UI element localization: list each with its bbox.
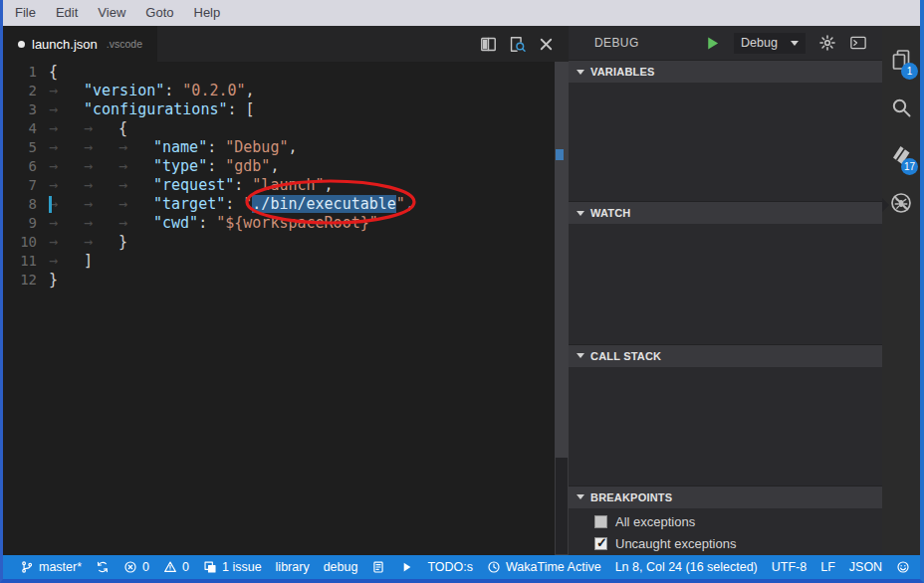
status-library[interactable]: library (269, 555, 317, 579)
token-key: "cwd" (153, 214, 198, 232)
code-line-10[interactable]: 10→→} (3, 233, 569, 252)
tab-launch-json[interactable]: launch.json .vscode (3, 26, 157, 62)
status-warnings-label: 0 (182, 560, 189, 574)
menu-item-view[interactable]: View (88, 0, 135, 26)
line-number[interactable]: 10 (3, 233, 49, 252)
checkbox-all-exceptions[interactable] (594, 515, 607, 528)
debug-config-dropdown[interactable]: Debug (734, 33, 806, 54)
vscode-window: FileEditViewGotoHelp launch.json .vscode… (0, 0, 924, 583)
status-feedback[interactable] (889, 555, 917, 579)
tab-whitespace-indicator: → (49, 214, 84, 233)
token-punc: { (118, 119, 127, 137)
status-todos-label: TODO:s (427, 560, 473, 574)
token-punc: : [ (228, 100, 255, 118)
debug-icon (889, 191, 913, 219)
chevron-down-icon (791, 41, 799, 46)
editor-actions (479, 26, 569, 62)
code-line-7[interactable]: 7→→→"request": "launch", (3, 176, 569, 195)
token-punc: ] (84, 252, 93, 270)
activity-search[interactable] (882, 86, 920, 133)
editor-scrollbar[interactable] (555, 62, 569, 555)
status-issues[interactable]: 1 issue (196, 555, 269, 579)
split-editor-button[interactable] (479, 35, 498, 54)
activity-debug[interactable] (882, 181, 920, 229)
line-number[interactable]: 9 (3, 214, 49, 233)
menu-item-edit[interactable]: Edit (46, 0, 88, 26)
tab-whitespace-indicator: → (49, 176, 84, 195)
status-cursor-position[interactable]: Ln 8, Col 24 (16 selected) (608, 555, 765, 579)
activity-bar: 117 (882, 26, 920, 555)
status-wakatime[interactable]: WakaTime Active (480, 555, 608, 579)
code-line-9[interactable]: 9→→→"cwd": "${workspaceRoot}" (3, 214, 569, 233)
status-debug[interactable]: debug (317, 555, 365, 579)
scrollbar-thumb[interactable] (555, 62, 569, 458)
status-errors[interactable]: 0 (116, 555, 156, 579)
line-number[interactable]: 12 (3, 271, 49, 290)
status-warnings[interactable]: 0 (156, 555, 196, 579)
status-sync[interactable] (89, 555, 116, 579)
code-editor[interactable]: 1{2→"version": "0.2.0",3→"configurations… (3, 62, 569, 555)
menu-item-file[interactable]: File (5, 0, 46, 26)
token-punc: { (49, 63, 58, 81)
section-body-breakpoints: All exceptionsUncaught exceptions (569, 508, 882, 555)
status-encoding[interactable]: UTF-8 (765, 555, 813, 579)
menu-item-goto[interactable]: Goto (135, 0, 183, 26)
tab-whitespace-indicator: → (84, 138, 118, 157)
section-label: BREAKPOINTS (590, 491, 672, 503)
status-todos[interactable]: TODO:s (420, 555, 480, 579)
tab-whitespace-indicator: → (49, 82, 84, 100)
line-number[interactable]: 4 (3, 119, 49, 138)
smiley-icon (896, 560, 910, 574)
line-number[interactable]: 1 (3, 63, 49, 82)
twistie-icon (577, 70, 584, 75)
badge: 17 (901, 158, 918, 175)
dirty-indicator (18, 41, 25, 48)
code-line-1[interactable]: 1{ (3, 63, 569, 82)
menu-item-help[interactable]: Help (184, 0, 231, 26)
section-header-call-stack[interactable]: CALL STACK (569, 344, 882, 367)
section-header-variables[interactable]: VARIABLES (569, 60, 882, 83)
twistie-icon (577, 353, 584, 358)
start-debug-button[interactable] (704, 35, 721, 52)
line-number[interactable]: 6 (3, 157, 49, 176)
status-notebook[interactable] (364, 555, 392, 579)
activity-explorer[interactable]: 1 (882, 38, 920, 86)
section-header-watch[interactable]: WATCH (569, 201, 882, 224)
main-area: launch.json .vscode 1{2→"version": "0.2.… (3, 26, 920, 555)
open-preview-button[interactable] (508, 35, 527, 54)
breakpoint-label: All exceptions (615, 514, 695, 529)
debug-console-icon[interactable] (849, 34, 867, 52)
line-number[interactable]: 2 (3, 82, 49, 100)
code-line-6[interactable]: 6→→→"type": "gdb", (3, 157, 569, 176)
code-lines: 1{2→"version": "0.2.0",3→"configurations… (3, 63, 569, 290)
sidebar-sections: VARIABLESWATCHCALL STACKBREAKPOINTSAll e… (569, 60, 882, 555)
line-number[interactable]: 7 (3, 176, 49, 195)
token-punc: : (234, 176, 252, 194)
line-number[interactable]: 11 (3, 252, 49, 271)
breakpoint-row: Uncaught exceptions (569, 533, 882, 554)
code-line-11[interactable]: 11→] (3, 252, 569, 271)
checkbox-uncaught-exceptions[interactable] (594, 537, 607, 550)
code-line-4[interactable]: 4→→{ (3, 119, 569, 138)
activity-extensions[interactable]: 17 (882, 133, 920, 181)
status-play[interactable] (392, 555, 420, 579)
code-line-2[interactable]: 2→"version": "0.2.0", (3, 82, 569, 100)
line-number[interactable]: 8 (3, 195, 49, 214)
close-editor-button[interactable] (537, 35, 556, 54)
code-text: →"configurations": [ (49, 100, 255, 119)
code-line-12[interactable]: 12} (3, 271, 569, 290)
status-language-mode[interactable]: JSON (842, 555, 889, 579)
line-number[interactable]: 3 (3, 100, 49, 119)
section-header-breakpoints[interactable]: BREAKPOINTS (569, 486, 882, 508)
text-cursor (49, 196, 52, 213)
tab-whitespace-indicator: → (84, 157, 118, 176)
code-line-3[interactable]: 3→"configurations": [ (3, 100, 569, 119)
section-label: WATCH (590, 207, 631, 219)
gear-icon[interactable] (818, 34, 836, 52)
token-punc: : (198, 214, 216, 232)
status-git-branch[interactable]: master* (13, 555, 89, 579)
status-eol[interactable]: LF (813, 555, 842, 579)
code-line-5[interactable]: 5→→→"name": "Debug", (3, 138, 569, 157)
code-line-8[interactable]: 8→→→"target": "./bin/executable", (3, 195, 569, 214)
line-number[interactable]: 5 (3, 138, 49, 157)
